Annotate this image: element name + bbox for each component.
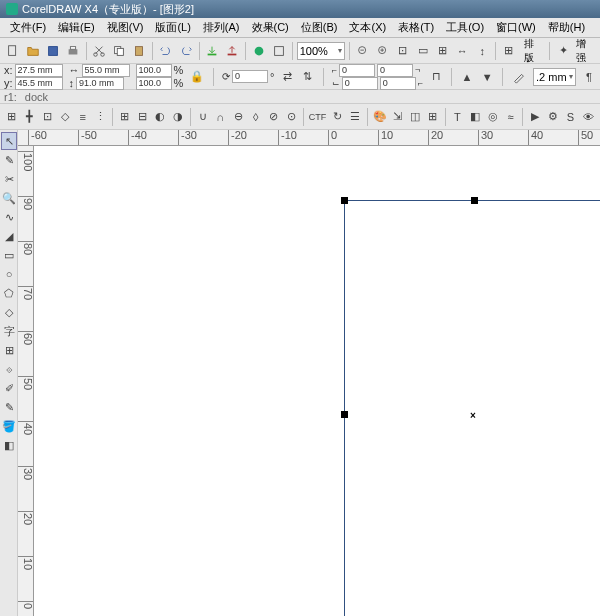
zoom-height-icon[interactable]: ↕ bbox=[473, 41, 491, 61]
refresh-icon[interactable]: ↻ bbox=[329, 107, 345, 127]
mirror-v-icon[interactable]: ⇅ bbox=[301, 67, 315, 87]
outline-pen-icon[interactable] bbox=[511, 67, 527, 87]
snap-grid-icon[interactable]: ⊡ bbox=[39, 107, 55, 127]
align-icon[interactable]: ≡ bbox=[75, 107, 91, 127]
front-minus-icon[interactable]: ⊘ bbox=[266, 107, 282, 127]
options-icon[interactable]: ⚙ bbox=[545, 107, 561, 127]
menu-window[interactable]: 窗口(W) bbox=[490, 18, 542, 37]
undo-icon[interactable] bbox=[157, 41, 175, 61]
ungroup-icon[interactable]: ⊟ bbox=[135, 107, 151, 127]
layout-label[interactable]: 排版 bbox=[520, 37, 546, 65]
canvas[interactable]: × bbox=[34, 146, 600, 616]
save-icon[interactable] bbox=[44, 41, 62, 61]
intersect-icon[interactable]: ⊖ bbox=[230, 107, 246, 127]
width-input[interactable]: 55.0 mm bbox=[82, 64, 130, 77]
shape-docker-icon[interactable]: ◫ bbox=[407, 107, 423, 127]
export-icon[interactable] bbox=[223, 41, 241, 61]
to-back-icon[interactable]: ▼ bbox=[480, 67, 494, 87]
copy-icon[interactable] bbox=[110, 41, 128, 61]
text-tool-icon[interactable]: 字 bbox=[1, 322, 17, 340]
y-input[interactable]: 45.5 mm bbox=[15, 77, 63, 90]
distribute-icon[interactable]: ⋮ bbox=[93, 107, 109, 127]
wrap-text-icon[interactable]: ¶ bbox=[582, 67, 596, 87]
weld-icon[interactable]: ∪ bbox=[195, 107, 211, 127]
zoom-page-icon[interactable]: ▭ bbox=[414, 41, 432, 61]
scale-y-input[interactable]: 100.0 bbox=[136, 77, 172, 90]
shape-tool-icon[interactable]: ✎ bbox=[1, 151, 17, 169]
zoom-fit-icon[interactable]: ⊡ bbox=[394, 41, 412, 61]
handle-top-mid[interactable] bbox=[471, 197, 478, 204]
corner-br-input[interactable]: 0 bbox=[380, 77, 416, 90]
lens-icon[interactable]: ◎ bbox=[485, 107, 501, 127]
menu-view[interactable]: 视图(V) bbox=[101, 18, 150, 37]
object-mgr-icon[interactable]: ☰ bbox=[347, 107, 363, 127]
angle-input[interactable]: 0 bbox=[232, 70, 268, 83]
ellipse-tool-icon[interactable]: ○ bbox=[1, 265, 17, 283]
convert-curves-icon[interactable]: CTF bbox=[308, 107, 328, 127]
scale-x-input[interactable]: 100.0 bbox=[136, 64, 172, 77]
simplify-icon[interactable]: ◊ bbox=[248, 107, 264, 127]
smart-fill-icon[interactable]: ◢ bbox=[1, 227, 17, 245]
outline-width-input[interactable]: .2 mm▾ bbox=[533, 68, 576, 86]
menu-file[interactable]: 文件(F) bbox=[4, 18, 52, 37]
rectangle-tool-icon[interactable]: ▭ bbox=[1, 246, 17, 264]
blend-icon[interactable]: ≈ bbox=[503, 107, 519, 127]
snap-icon[interactable]: ⊞ bbox=[500, 41, 518, 61]
styles-icon[interactable]: S bbox=[563, 107, 579, 127]
eyedropper-icon[interactable]: ✐ bbox=[1, 379, 17, 397]
ruler-vertical[interactable]: 100 90 80 70 60 50 40 30 20 10 0 bbox=[18, 146, 34, 616]
extrude-icon[interactable]: ◧ bbox=[467, 107, 483, 127]
enhance-label[interactable]: 增强 bbox=[574, 37, 596, 65]
menu-bitmap[interactable]: 位图(B) bbox=[295, 18, 344, 37]
transform-icon[interactable]: ⇲ bbox=[390, 107, 406, 127]
enhance-icon[interactable]: ✦ bbox=[554, 41, 572, 61]
align-docker-icon[interactable]: ⊞ bbox=[425, 107, 441, 127]
back-minus-icon[interactable]: ⊙ bbox=[283, 107, 299, 127]
corner-bl-input[interactable]: 0 bbox=[342, 77, 378, 90]
ruler-horizontal[interactable]: -60 -50 -40 -30 -20 -10 0 10 20 30 40 50 bbox=[18, 130, 600, 146]
break-icon[interactable]: ◑ bbox=[170, 107, 186, 127]
selected-rectangle[interactable]: × bbox=[344, 200, 600, 616]
corner-tl-input[interactable]: 0 bbox=[339, 64, 375, 77]
menu-arrange[interactable]: 排列(A) bbox=[197, 18, 246, 37]
view-mgr-icon[interactable]: 👁 bbox=[580, 107, 596, 127]
fill-tool-icon[interactable]: 🪣 bbox=[1, 417, 17, 435]
zoom-in-icon[interactable] bbox=[374, 41, 392, 61]
pick-tool-icon[interactable]: ↖ bbox=[1, 132, 17, 150]
trim-icon[interactable]: ∩ bbox=[212, 107, 228, 127]
menu-layout[interactable]: 版面(L) bbox=[149, 18, 196, 37]
open-icon[interactable] bbox=[24, 41, 42, 61]
import-icon[interactable] bbox=[204, 41, 222, 61]
round-corners-icon[interactable]: ⊓ bbox=[429, 67, 443, 87]
guides-icon[interactable]: ╋ bbox=[22, 107, 38, 127]
macro-icon[interactable]: ▶ bbox=[527, 107, 543, 127]
freehand-tool-icon[interactable]: ∿ bbox=[1, 208, 17, 226]
table-tool-icon[interactable]: ⊞ bbox=[1, 341, 17, 359]
outline-tool-icon[interactable]: ✎ bbox=[1, 398, 17, 416]
group-icon[interactable]: ⊞ bbox=[117, 107, 133, 127]
snap-obj-icon[interactable]: ◇ bbox=[57, 107, 73, 127]
redo-icon[interactable] bbox=[177, 41, 195, 61]
grid-icon[interactable]: ⊞ bbox=[4, 107, 20, 127]
paste-icon[interactable] bbox=[130, 41, 148, 61]
crop-tool-icon[interactable]: ✂ bbox=[1, 170, 17, 188]
app-launcher-icon[interactable] bbox=[250, 41, 268, 61]
menu-help[interactable]: 帮助(H) bbox=[542, 18, 591, 37]
to-front-icon[interactable]: ▲ bbox=[460, 67, 474, 87]
menu-effects[interactable]: 效果(C) bbox=[246, 18, 295, 37]
welcome-icon[interactable] bbox=[270, 41, 288, 61]
menu-edit[interactable]: 编辑(E) bbox=[52, 18, 101, 37]
zoom-tool-icon[interactable]: 🔍 bbox=[1, 189, 17, 207]
lock-ratio-icon[interactable]: 🔒 bbox=[189, 67, 205, 87]
handle-top-left[interactable] bbox=[341, 197, 348, 204]
handle-mid-left[interactable] bbox=[341, 411, 348, 418]
new-icon[interactable] bbox=[4, 41, 22, 61]
zoom-width-icon[interactable]: ↔ bbox=[453, 41, 471, 61]
text-docker-icon[interactable]: T bbox=[449, 107, 465, 127]
print-icon[interactable] bbox=[64, 41, 82, 61]
zoom-level-input[interactable]: 100%▾ bbox=[297, 42, 345, 60]
menu-text[interactable]: 文本(X) bbox=[343, 18, 392, 37]
basic-shapes-icon[interactable]: ◇ bbox=[1, 303, 17, 321]
height-input[interactable]: 91.0 mm bbox=[76, 77, 124, 90]
x-input[interactable]: 27.5 mm bbox=[15, 64, 63, 77]
